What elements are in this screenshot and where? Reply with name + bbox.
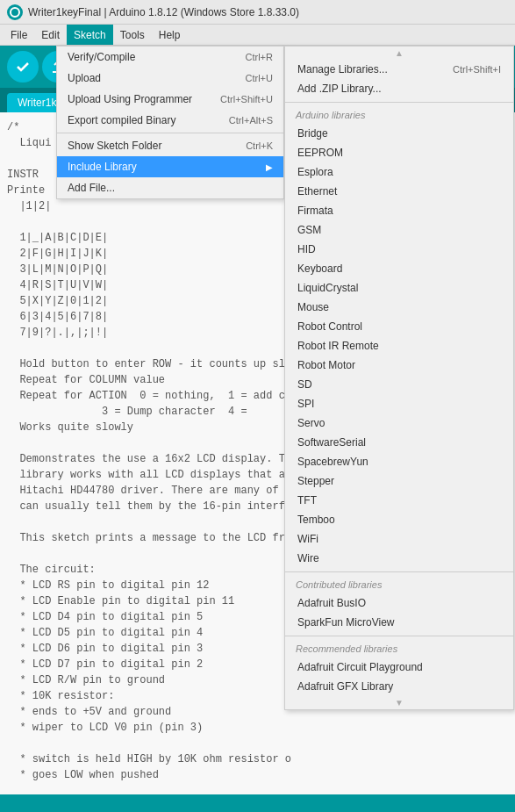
lib-separator-2 xyxy=(285,571,513,572)
verify-label: Verify/Compile xyxy=(68,51,135,63)
scroll-up-arrow[interactable]: ▲ xyxy=(285,47,513,60)
scroll-down-arrow[interactable]: ▼ xyxy=(285,696,513,709)
lib-spi[interactable]: SPI xyxy=(285,394,513,413)
export-label: Export compiled Binary xyxy=(68,114,175,126)
manage-lib-label: Manage Libraries... xyxy=(297,63,388,75)
lib-sd[interactable]: SD xyxy=(285,375,513,394)
lib-liquidcrystal[interactable]: LiquidCrystal xyxy=(285,278,513,298)
show-folder-shortcut: Ctrl+K xyxy=(246,140,273,151)
lib-robot-ir-remote[interactable]: Robot IR Remote xyxy=(285,336,513,356)
contributed-libs-header: Contributed libraries xyxy=(285,576,513,593)
app-icon xyxy=(7,4,23,20)
status-bar xyxy=(0,794,515,812)
menu-upload-programmer[interactable]: Upload Using Programmer Ctrl+Shift+U xyxy=(57,89,283,110)
menu-file[interactable]: File xyxy=(4,25,34,45)
upload-prog-label: Upload Using Programmer xyxy=(68,93,192,105)
menu-bar: File Edit Sketch Tools Help xyxy=(0,25,515,46)
lib-adafruit-gfx[interactable]: Adafruit GFX Library xyxy=(285,677,513,696)
verify-shortcut: Ctrl+R xyxy=(246,52,273,62)
verify-button[interactable] xyxy=(7,51,39,83)
menu-show-folder[interactable]: Show Sketch Folder Ctrl+K xyxy=(57,135,283,156)
lib-bridge[interactable]: Bridge xyxy=(285,124,513,143)
lib-stepper[interactable]: Stepper xyxy=(285,471,513,491)
lib-wifi[interactable]: WiFi xyxy=(285,529,513,549)
add-file-label: Add File... xyxy=(68,182,115,194)
divider-1 xyxy=(57,133,283,133)
title-bar: Writer1keyFinal | Arduino 1.8.12 (Window… xyxy=(0,0,515,25)
menu-export-binary[interactable]: Export compiled Binary Ctrl+Alt+S xyxy=(57,110,283,131)
lib-spacebrewYun[interactable]: SpacebrewYun xyxy=(285,452,513,471)
menu-tools[interactable]: Tools xyxy=(113,25,152,45)
lib-mouse[interactable]: Mouse xyxy=(285,298,513,317)
lib-esplora[interactable]: Esplora xyxy=(285,162,513,182)
upload-prog-shortcut: Ctrl+Shift+U xyxy=(220,94,273,104)
lib-keyboard[interactable]: Keyboard xyxy=(285,259,513,278)
lib-servo[interactable]: Servo xyxy=(285,413,513,433)
lib-adafruit-circuit[interactable]: Adafruit Circuit Playground xyxy=(285,658,513,677)
arduino-libs-header: Arduino libraries xyxy=(285,106,513,124)
lib-firmata[interactable]: Firmata xyxy=(285,201,513,220)
menu-help[interactable]: Help xyxy=(152,25,188,45)
title-text: Writer1keyFinal | Arduino 1.8.12 (Window… xyxy=(28,6,299,18)
lib-eeprom[interactable]: EEPROM xyxy=(285,143,513,162)
add-zip-library[interactable]: Add .ZIP Library... xyxy=(285,79,513,98)
include-lib-arrow: ▶ xyxy=(266,162,273,172)
menu-upload[interactable]: Upload Ctrl+U xyxy=(57,68,283,89)
upload-label: Upload xyxy=(68,72,101,84)
upload-shortcut: Ctrl+U xyxy=(246,73,273,83)
lib-adafruit-busio[interactable]: Adafruit BusIO xyxy=(285,593,513,613)
lib-temboo[interactable]: Temboo xyxy=(285,510,513,529)
recommended-libs-header: Recommended libraries xyxy=(285,640,513,658)
add-zip-label: Add .ZIP Library... xyxy=(297,83,382,95)
manage-libraries[interactable]: Manage Libraries... Ctrl+Shift+I xyxy=(285,60,513,79)
menu-include-library[interactable]: Include Library ▶ xyxy=(57,156,283,177)
lib-tft[interactable]: TFT xyxy=(285,491,513,510)
include-lib-label: Include Library xyxy=(68,161,137,173)
lib-sparkfun-microview[interactable]: SparkFun MicroView xyxy=(285,613,513,632)
lib-robot-motor[interactable]: Robot Motor xyxy=(285,356,513,375)
menu-verify[interactable]: Verify/Compile Ctrl+R xyxy=(57,47,283,68)
lib-robot-control[interactable]: Robot Control xyxy=(285,317,513,336)
export-shortcut: Ctrl+Alt+S xyxy=(229,115,273,126)
lib-softwareserial[interactable]: SoftwareSerial xyxy=(285,433,513,452)
lib-separator-1 xyxy=(285,102,513,103)
manage-lib-shortcut: Ctrl+Shift+I xyxy=(453,64,501,75)
lib-separator-3 xyxy=(285,636,513,636)
lib-wire[interactable]: Wire xyxy=(285,549,513,568)
menu-add-file[interactable]: Add File... xyxy=(57,177,283,198)
show-folder-label: Show Sketch Folder xyxy=(68,140,161,152)
lib-hid[interactable]: HID xyxy=(285,240,513,259)
sketch-dropdown: Verify/Compile Ctrl+R Upload Ctrl+U Uplo… xyxy=(56,46,284,199)
library-submenu: ▲ Manage Libraries... Ctrl+Shift+I Add .… xyxy=(284,46,514,710)
lib-gsm[interactable]: GSM xyxy=(285,220,513,240)
robot-control-label: Robot Control xyxy=(297,320,362,333)
lib-ethernet[interactable]: Ethernet xyxy=(285,182,513,201)
menu-sketch[interactable]: Sketch xyxy=(67,25,113,45)
menu-edit[interactable]: Edit xyxy=(34,25,67,45)
